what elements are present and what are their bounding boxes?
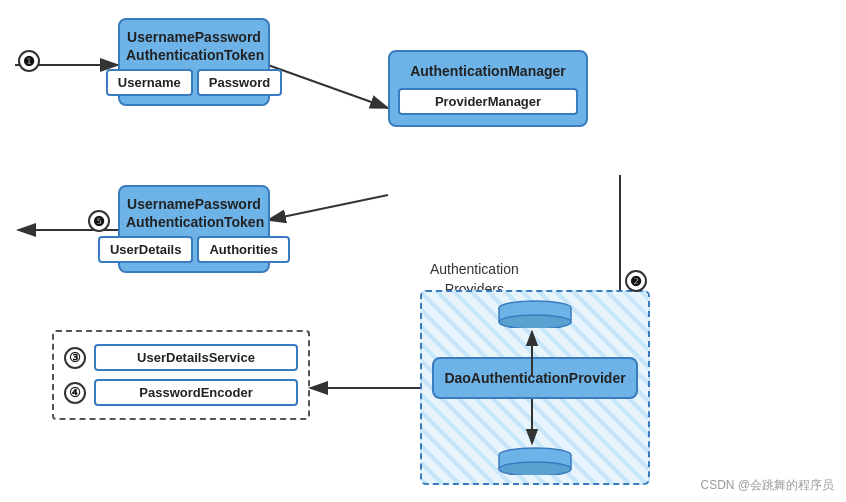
provider-manager-box: ProviderManager bbox=[398, 88, 578, 115]
auth-manager-box: AuthenticationManager ProviderManager bbox=[388, 50, 588, 127]
token-output-box: UsernamePassword AuthenticationToken Use… bbox=[118, 185, 270, 273]
token-input-fields: Username Password bbox=[126, 69, 262, 96]
password-encoder-row: ④ PasswordEncoder bbox=[64, 379, 298, 406]
arrow-top-dao bbox=[520, 328, 550, 378]
userdetails-service-row: ③ UserDetailsService bbox=[64, 344, 298, 371]
auth-manager-title: AuthenticationManager bbox=[398, 62, 578, 80]
step-4: ④ bbox=[64, 382, 86, 404]
watermark: CSDN @会跳舞的程序员 bbox=[700, 477, 834, 494]
userdetails-field: UserDetails bbox=[98, 236, 194, 263]
userdetails-service-box: UserDetailsService bbox=[94, 344, 298, 371]
token-output-fields: UserDetails Authorities bbox=[126, 236, 262, 263]
left-dashed-box: ③ UserDetailsService ④ PasswordEncoder bbox=[52, 330, 310, 420]
step-1: ❶ bbox=[18, 50, 40, 72]
svg-point-19 bbox=[499, 462, 571, 475]
db-bottom-cylinder bbox=[495, 447, 575, 475]
arrow-dao-bottom bbox=[520, 397, 550, 447]
diagram-container: ❶ UsernamePassword AuthenticationToken U… bbox=[0, 0, 846, 502]
username-field: Username bbox=[106, 69, 193, 96]
db-top-cylinder bbox=[495, 300, 575, 328]
step-3: ③ bbox=[64, 347, 86, 369]
password-field: Password bbox=[197, 69, 282, 96]
authorities-field: Authorities bbox=[197, 236, 290, 263]
step-2: ❷ bbox=[625, 270, 647, 292]
auth-providers-area: DaoAuthenticationProvider bbox=[420, 290, 650, 485]
step-5: ❺ bbox=[88, 210, 110, 232]
svg-point-14 bbox=[499, 315, 571, 328]
password-encoder-box: PasswordEncoder bbox=[94, 379, 298, 406]
token-input-box: UsernamePassword AuthenticationToken Use… bbox=[118, 18, 270, 106]
token-output-title: UsernamePassword AuthenticationToken bbox=[126, 195, 262, 231]
svg-line-10 bbox=[268, 195, 388, 220]
svg-line-3 bbox=[268, 65, 388, 108]
token-input-title: UsernamePassword AuthenticationToken bbox=[126, 28, 262, 64]
